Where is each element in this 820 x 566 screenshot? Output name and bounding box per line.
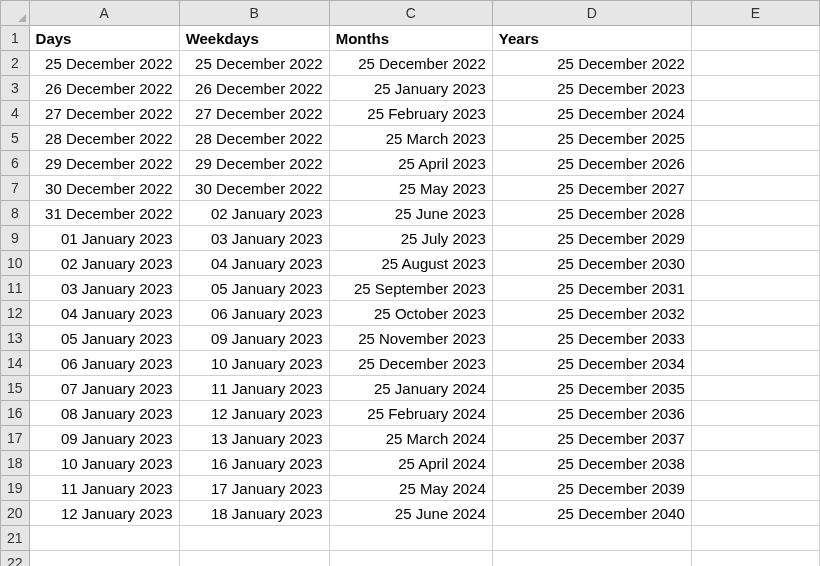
cell-D13[interactable]: 25 December 2033 [492,326,691,351]
cell-E4[interactable] [691,101,819,126]
row-header-20[interactable]: 20 [1,501,30,526]
cell-C20[interactable]: 25 June 2024 [329,501,492,526]
cell-B8[interactable]: 02 January 2023 [179,201,329,226]
col-header-E[interactable]: E [691,1,819,26]
cell-A11[interactable]: 03 January 2023 [29,276,179,301]
cell-B1[interactable]: Weekdays [179,26,329,51]
cell-A1[interactable]: Days [29,26,179,51]
cell-C16[interactable]: 25 February 2024 [329,401,492,426]
row-header-18[interactable]: 18 [1,451,30,476]
cell-C14[interactable]: 25 December 2023 [329,351,492,376]
row-header-5[interactable]: 5 [1,126,30,151]
cell-B18[interactable]: 16 January 2023 [179,451,329,476]
cell-A8[interactable]: 31 December 2022 [29,201,179,226]
row-header-3[interactable]: 3 [1,76,30,101]
cell-E1[interactable] [691,26,819,51]
cell-B21[interactable] [179,526,329,551]
row-header-8[interactable]: 8 [1,201,30,226]
cell-B5[interactable]: 28 December 2022 [179,126,329,151]
cell-E14[interactable] [691,351,819,376]
cell-B3[interactable]: 26 December 2022 [179,76,329,101]
cell-D14[interactable]: 25 December 2034 [492,351,691,376]
cell-E18[interactable] [691,451,819,476]
row-header-4[interactable]: 4 [1,101,30,126]
col-header-C[interactable]: C [329,1,492,26]
cell-C10[interactable]: 25 August 2023 [329,251,492,276]
cell-E21[interactable] [691,526,819,551]
cell-E8[interactable] [691,201,819,226]
row-header-14[interactable]: 14 [1,351,30,376]
cell-B22[interactable] [179,551,329,567]
cell-E11[interactable] [691,276,819,301]
cell-D17[interactable]: 25 December 2037 [492,426,691,451]
cell-C8[interactable]: 25 June 2023 [329,201,492,226]
cell-B6[interactable]: 29 December 2022 [179,151,329,176]
cell-D1[interactable]: Years [492,26,691,51]
row-header-12[interactable]: 12 [1,301,30,326]
cell-A14[interactable]: 06 January 2023 [29,351,179,376]
cell-C19[interactable]: 25 May 2024 [329,476,492,501]
col-header-D[interactable]: D [492,1,691,26]
cell-D2[interactable]: 25 December 2022 [492,51,691,76]
cell-A5[interactable]: 28 December 2022 [29,126,179,151]
cell-D8[interactable]: 25 December 2028 [492,201,691,226]
row-header-10[interactable]: 10 [1,251,30,276]
row-header-17[interactable]: 17 [1,426,30,451]
cell-E6[interactable] [691,151,819,176]
col-header-B[interactable]: B [179,1,329,26]
cell-B12[interactable]: 06 January 2023 [179,301,329,326]
cell-D19[interactable]: 25 December 2039 [492,476,691,501]
cell-A16[interactable]: 08 January 2023 [29,401,179,426]
cell-B11[interactable]: 05 January 2023 [179,276,329,301]
cell-D7[interactable]: 25 December 2027 [492,176,691,201]
row-header-13[interactable]: 13 [1,326,30,351]
cell-B19[interactable]: 17 January 2023 [179,476,329,501]
row-header-7[interactable]: 7 [1,176,30,201]
cell-A4[interactable]: 27 December 2022 [29,101,179,126]
spreadsheet-grid[interactable]: A B C D E 1 Days Weekdays Months Years 2… [0,0,820,566]
cell-E15[interactable] [691,376,819,401]
cell-E22[interactable] [691,551,819,567]
cell-E19[interactable] [691,476,819,501]
col-header-A[interactable]: A [29,1,179,26]
cell-A12[interactable]: 04 January 2023 [29,301,179,326]
cell-B10[interactable]: 04 January 2023 [179,251,329,276]
cell-E7[interactable] [691,176,819,201]
cell-B20[interactable]: 18 January 2023 [179,501,329,526]
cell-D18[interactable]: 25 December 2038 [492,451,691,476]
cell-C4[interactable]: 25 February 2023 [329,101,492,126]
cell-D20[interactable]: 25 December 2040 [492,501,691,526]
cell-E17[interactable] [691,426,819,451]
row-header-16[interactable]: 16 [1,401,30,426]
cell-D21[interactable] [492,526,691,551]
cell-D4[interactable]: 25 December 2024 [492,101,691,126]
cell-B15[interactable]: 11 January 2023 [179,376,329,401]
cell-C2[interactable]: 25 December 2022 [329,51,492,76]
cell-A19[interactable]: 11 January 2023 [29,476,179,501]
cell-C15[interactable]: 25 January 2024 [329,376,492,401]
row-header-22[interactable]: 22 [1,551,30,567]
cell-E5[interactable] [691,126,819,151]
cell-B16[interactable]: 12 January 2023 [179,401,329,426]
cell-A18[interactable]: 10 January 2023 [29,451,179,476]
cell-C12[interactable]: 25 October 2023 [329,301,492,326]
cell-B9[interactable]: 03 January 2023 [179,226,329,251]
cell-E3[interactable] [691,76,819,101]
cell-B14[interactable]: 10 January 2023 [179,351,329,376]
cell-D22[interactable] [492,551,691,567]
cell-C17[interactable]: 25 March 2024 [329,426,492,451]
select-all-corner[interactable] [1,1,30,26]
cell-B2[interactable]: 25 December 2022 [179,51,329,76]
cell-D6[interactable]: 25 December 2026 [492,151,691,176]
cell-B7[interactable]: 30 December 2022 [179,176,329,201]
cell-A7[interactable]: 30 December 2022 [29,176,179,201]
cell-A21[interactable] [29,526,179,551]
cell-B4[interactable]: 27 December 2022 [179,101,329,126]
cell-A17[interactable]: 09 January 2023 [29,426,179,451]
cell-C18[interactable]: 25 April 2024 [329,451,492,476]
cell-A13[interactable]: 05 January 2023 [29,326,179,351]
cell-A9[interactable]: 01 January 2023 [29,226,179,251]
cell-E12[interactable] [691,301,819,326]
cell-B13[interactable]: 09 January 2023 [179,326,329,351]
cell-C5[interactable]: 25 March 2023 [329,126,492,151]
